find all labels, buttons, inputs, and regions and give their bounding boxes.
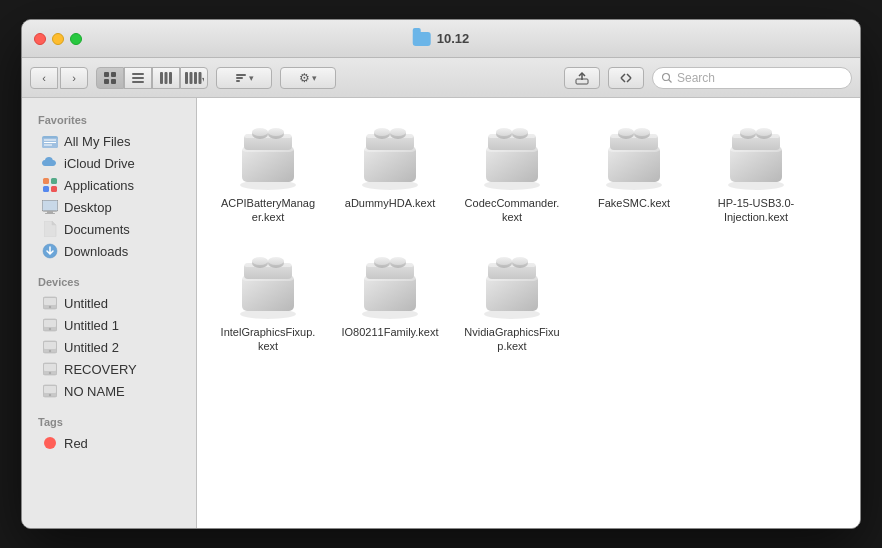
sidebar-item-icloud-drive-label: iCloud Drive [64, 156, 135, 171]
sidebar-item-no-name-label: NO NAME [64, 384, 125, 399]
documents-icon [42, 221, 58, 237]
view-cover-button[interactable]: ▾ [180, 67, 208, 89]
traffic-lights [34, 33, 82, 45]
folder-icon [413, 32, 431, 46]
svg-rect-4 [132, 73, 144, 75]
svg-rect-6 [132, 81, 144, 83]
svg-rect-5 [132, 77, 144, 79]
kext-shape [232, 120, 304, 192]
sidebar-item-desktop[interactable]: Desktop [26, 196, 192, 218]
file-label: HP-15-USB3.0-Injection.kext [707, 196, 805, 225]
svg-point-84 [634, 128, 650, 136]
svg-rect-17 [236, 80, 240, 82]
sidebar-item-applications-label: Applications [64, 178, 134, 193]
file-item-io80211[interactable]: IO80211Family.kext [335, 243, 445, 360]
svg-rect-9 [169, 72, 172, 84]
svg-point-64 [374, 128, 390, 136]
sidebar-item-documents[interactable]: Documents [26, 218, 192, 240]
sidebar-item-applications[interactable]: Applications [26, 174, 192, 196]
search-placeholder: Search [677, 71, 715, 85]
file-item-adummy-hda[interactable]: aDummyHDA.kext [335, 114, 445, 231]
svg-point-111 [390, 257, 406, 265]
kext-icon [232, 120, 304, 192]
search-bar[interactable]: Search [652, 67, 852, 89]
view-columns-button[interactable] [152, 67, 180, 89]
svg-point-19 [663, 73, 670, 80]
svg-point-73 [496, 128, 512, 136]
sidebar-item-no-name[interactable]: NO NAME [26, 380, 192, 402]
icloud-drive-icon [42, 155, 58, 171]
kext-icon [720, 120, 792, 192]
svg-rect-35 [44, 298, 56, 305]
file-item-codec-commander[interactable]: CodecCommander.kext [457, 114, 567, 231]
svg-line-20 [669, 79, 672, 82]
svg-point-45 [49, 372, 51, 374]
drive-icon-0 [42, 295, 58, 311]
sidebar-item-untitled-2-label: Untitled 2 [64, 340, 119, 355]
svg-point-48 [49, 394, 51, 396]
all-my-files-icon [42, 133, 58, 149]
svg-rect-7 [160, 72, 163, 84]
sidebar-item-all-my-files[interactable]: All My Files [26, 130, 192, 152]
maximize-button[interactable] [70, 33, 82, 45]
kext-shape [354, 120, 426, 192]
kext-shape [598, 120, 670, 192]
close-button[interactable] [34, 33, 46, 45]
share-button[interactable] [564, 67, 600, 89]
svg-rect-47 [44, 386, 56, 393]
svg-rect-3 [111, 79, 116, 84]
svg-rect-107 [366, 263, 414, 267]
svg-point-118 [496, 257, 512, 265]
search-icon [661, 72, 673, 84]
svg-rect-62 [366, 134, 414, 138]
svg-point-57 [268, 128, 284, 136]
back-button[interactable]: ‹ [30, 67, 58, 89]
devices-label: Devices [22, 268, 196, 292]
back-forward-button[interactable] [608, 67, 644, 89]
sidebar-item-untitled[interactable]: Untitled [26, 292, 192, 314]
sidebar-item-untitled-1-label: Untitled 1 [64, 318, 119, 333]
applications-icon [42, 177, 58, 193]
kext-shape [720, 120, 792, 192]
sidebar-item-icloud-drive[interactable]: iCloud Drive [26, 152, 192, 174]
view-list-button[interactable] [124, 67, 152, 89]
titlebar: 10.12 [22, 20, 860, 58]
file-item-acpi-battery[interactable]: ACPIBatteryManager.kext [213, 114, 323, 231]
sidebar-item-downloads[interactable]: Downloads [26, 240, 192, 262]
svg-rect-30 [42, 200, 58, 211]
file-item-hp-15-usb[interactable]: HP-15-USB3.0-Injection.kext [701, 114, 811, 231]
sidebar-item-recovery[interactable]: RECOVERY [26, 358, 192, 380]
forward-button[interactable]: › [60, 67, 88, 89]
sidebar-item-tag-red[interactable]: Red [26, 432, 192, 454]
favorites-label: Favorites [22, 106, 196, 130]
svg-point-102 [268, 257, 284, 265]
view-buttons: ▾ [96, 67, 208, 89]
sidebar-item-untitled-1[interactable]: Untitled 1 [26, 314, 192, 336]
view-icon-button[interactable] [96, 67, 124, 89]
action-button[interactable]: ⚙ ▾ [280, 67, 336, 89]
file-item-fakesmc[interactable]: FakeSMC.kext [579, 114, 689, 231]
sidebar-item-untitled-2[interactable]: Untitled 2 [26, 336, 192, 358]
svg-point-66 [390, 128, 406, 136]
file-label: FakeSMC.kext [598, 196, 670, 210]
svg-rect-27 [51, 178, 57, 184]
svg-point-82 [618, 128, 634, 136]
sidebar-item-all-my-files-label: All My Files [64, 134, 130, 149]
svg-rect-11 [190, 72, 193, 84]
svg-rect-41 [44, 342, 56, 349]
minimize-button[interactable] [52, 33, 64, 45]
svg-rect-8 [165, 72, 168, 84]
svg-point-91 [740, 128, 756, 136]
svg-rect-10 [185, 72, 188, 84]
arrange-button[interactable]: ▾ [216, 67, 272, 89]
downloads-icon [42, 243, 58, 259]
file-item-nvidia-graphics[interactable]: NvidiaGraphicsFixup.kext [457, 243, 567, 360]
file-item-intel-graphics[interactable]: IntelGraphicsFixup.kext [213, 243, 323, 360]
kext-icon [476, 249, 548, 321]
svg-point-100 [252, 257, 268, 265]
sidebar-item-documents-label: Documents [64, 222, 130, 237]
main-content: Favorites All My Files iCloud Drive Appl… [22, 98, 860, 528]
svg-rect-0 [104, 72, 109, 77]
svg-point-109 [374, 257, 390, 265]
nav-buttons: ‹ › [30, 67, 88, 89]
